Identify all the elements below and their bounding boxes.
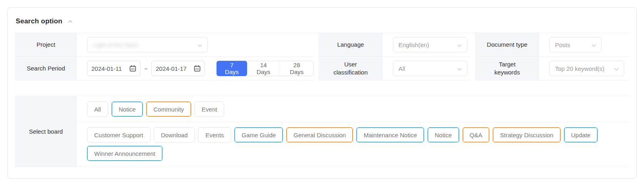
calendar-icon[interactable] <box>194 65 200 72</box>
grid-spacer <box>314 33 318 57</box>
project-select[interactable]: Light of the Stars <box>87 37 208 52</box>
board-chip[interactable]: Customer Support <box>87 127 151 143</box>
select-board-section: Select board AllNoticeCommunityEvent Cus… <box>15 96 629 167</box>
quick-range-button[interactable]: 14 Days <box>247 61 280 76</box>
chevron-down-icon <box>592 41 596 48</box>
grid-spacer <box>470 33 475 57</box>
board-chip[interactable]: Notice <box>427 127 459 143</box>
document-type-label: Document type <box>475 33 539 57</box>
target-keywords-cell: Top 20 keyword(s) <box>539 57 629 81</box>
select-board-content: AllNoticeCommunityEvent Customer Support… <box>77 96 629 167</box>
chevron-down-icon <box>198 41 202 48</box>
start-date-input[interactable]: 2024-01-11 <box>87 61 140 76</box>
board-chip[interactable]: General Discussion <box>286 127 353 143</box>
board-category-chip[interactable]: Community <box>146 101 191 117</box>
document-type-select[interactable]: Posts <box>549 37 602 52</box>
quick-range-button[interactable]: 28 Days <box>280 61 313 76</box>
search-period-label: Search Period <box>15 57 77 81</box>
user-classification-select-value: All <box>398 65 405 72</box>
board-category-chip[interactable]: All <box>87 101 108 117</box>
board-chip[interactable]: Download <box>154 127 195 143</box>
start-date-value: 2024-01-11 <box>91 65 122 72</box>
user-classification-cell: All <box>383 57 470 81</box>
language-label: Language <box>318 33 383 57</box>
end-date-input[interactable]: 2024-01-17 <box>151 61 205 76</box>
target-keywords-label: Target keywords <box>475 57 539 81</box>
page-title: Search option <box>16 17 62 25</box>
panel-header: Search option <box>16 17 629 25</box>
language-cell: English(en) <box>383 33 470 57</box>
document-type-select-value: Posts <box>555 41 570 48</box>
board-category-chip[interactable]: Notice <box>111 101 143 117</box>
grid-spacer <box>470 57 475 81</box>
chevron-down-icon <box>614 65 619 72</box>
board-category-chip[interactable]: Event <box>194 101 224 117</box>
language-select-value: English(en) <box>398 41 429 48</box>
select-board-label: Select board <box>15 96 77 167</box>
user-classification-select[interactable]: All <box>393 61 467 76</box>
user-classification-label: User classification <box>318 57 383 81</box>
date-range-separator: ~ <box>144 65 148 72</box>
target-keywords-select[interactable]: Top 20 keyword(s) <box>549 61 624 76</box>
document-type-cell: Posts <box>539 33 629 57</box>
quick-range-button[interactable]: 7 Days <box>216 61 247 76</box>
end-date-value: 2024-01-17 <box>156 65 187 72</box>
target-keywords-select-value: Top 20 keyword(s) <box>555 65 605 72</box>
board-chip[interactable]: Game Guide <box>234 127 283 143</box>
board-chip[interactable]: Q&A <box>462 127 490 143</box>
search-form: Project Light of the Stars Language Engl… <box>15 33 629 81</box>
board-chip[interactable]: Update <box>564 127 598 143</box>
board-chip-list: Customer SupportDownloadEventsGame Guide… <box>77 127 629 161</box>
divider <box>77 122 629 122</box>
project-select-value-redacted: Light of the Stars <box>93 41 138 48</box>
board-category-row: AllNoticeCommunityEvent <box>77 101 629 117</box>
board-chip[interactable]: Winner Announcement <box>87 146 163 161</box>
project-label: Project <box>15 33 77 57</box>
grid-spacer <box>314 57 318 81</box>
collapse-chevron-up-icon[interactable] <box>67 19 73 24</box>
search-period-cell: 2024-01-11 ~ 2024-01-17 <box>77 57 314 81</box>
project-cell: Light of the Stars <box>77 33 314 57</box>
search-option-panel: Search option Project Light of the Stars… <box>7 7 637 179</box>
board-chip[interactable]: Strategy Discussion <box>493 127 561 143</box>
language-select[interactable]: English(en) <box>393 37 467 52</box>
calendar-icon[interactable] <box>130 65 136 72</box>
chevron-down-icon <box>457 65 462 72</box>
chevron-down-icon <box>457 41 462 48</box>
board-chip[interactable]: Maintenance Notice <box>356 127 424 143</box>
quick-range-group: 7 Days14 Days28 Days <box>216 61 314 76</box>
board-chip[interactable]: Events <box>198 127 231 143</box>
